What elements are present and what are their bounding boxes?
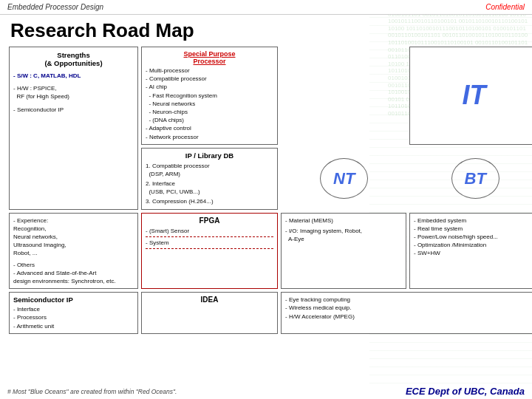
embedded-content: - Embedded system - Real time system - P… <box>414 216 532 258</box>
ip-library-box: IP / Library DB 1. Compatible processor … <box>141 148 278 210</box>
ip-title: IP / Library DB <box>146 151 273 160</box>
idea-desc-box: - Eye tracking computing - Wireless medi… <box>281 292 532 334</box>
confidential-label: Confidential <box>485 3 525 11</box>
idea-title: IDEA <box>146 296 273 304</box>
material-content: - Material (MEMS) - I/O: Imaging system,… <box>285 216 402 244</box>
embedded-box: - Embedded system - Real time system - P… <box>409 213 532 290</box>
experience-box: - Experience: Recognition, Neural networ… <box>9 213 138 290</box>
experience-content: - Experience: Recognition, Neural networ… <box>13 216 134 286</box>
spp-box: Special PurposeProcessor - Multi-process… <box>141 47 278 145</box>
it-label: IT <box>463 80 486 111</box>
header-title: Embedded Processor Design <box>7 3 103 11</box>
empty-cell-1 <box>281 47 406 145</box>
header: Embedded Processor Design Confidential <box>0 0 532 15</box>
bt-label: BT <box>465 169 486 188</box>
fpga-box: FPGA - (Smart) Sensor - System <box>141 213 278 290</box>
dashed-separator2 <box>146 248 273 249</box>
main-content: Strengths(& Opportunities) - S/W : C, MA… <box>7 45 525 335</box>
page-title: Research Road Map <box>0 15 532 45</box>
dashed-separator <box>146 236 273 237</box>
fpga-title: FPGA <box>146 216 273 225</box>
strengths-title: Strengths(& Opportunities) <box>13 51 134 67</box>
idea-box: IDEA <box>141 292 278 334</box>
nt-bt-row: NT BT <box>281 148 532 210</box>
it-box: IT <box>409 47 532 145</box>
fpga-content: - (Smart) Sensor - System <box>146 227 273 249</box>
footer: # Most "Blue Oceans" are created from wi… <box>0 383 532 399</box>
roadmap-grid: Strengths(& Opportunities) - S/W : C, MA… <box>7 45 525 335</box>
strengths-box: Strengths(& Opportunities) - S/W : C, MA… <box>9 47 138 210</box>
nt-box: NT <box>320 158 368 199</box>
spp-content: - Multi-processor - Compatible processor… <box>146 66 273 141</box>
idea-desc-content: - Eye tracking computing - Wireless medi… <box>285 296 532 321</box>
bt-box: BT <box>451 158 499 199</box>
strengths-content: - S/W : C, MATLAB, HDL - H/W : PSPICE, R… <box>13 72 134 114</box>
semiconductor-title: Semiconductor IP <box>13 296 134 304</box>
semiconductor-bottom-box: Semiconductor IP - Interface - Processor… <box>9 292 138 334</box>
nt-label: NT <box>333 169 355 188</box>
ip-content: 1. Compatible processor (DSP, ARM) 2. In… <box>146 162 273 206</box>
footer-institution: ECE Dept of UBC, Canada <box>406 386 525 397</box>
footer-note: # Most "Blue Oceans" are created from wi… <box>7 388 177 395</box>
material-box: - Material (MEMS) - I/O: Imaging system,… <box>281 213 406 290</box>
spp-title: Special PurposeProcessor <box>146 50 273 65</box>
semiconductor-content: - Interface - Processors - Arithmetic un… <box>13 305 134 330</box>
